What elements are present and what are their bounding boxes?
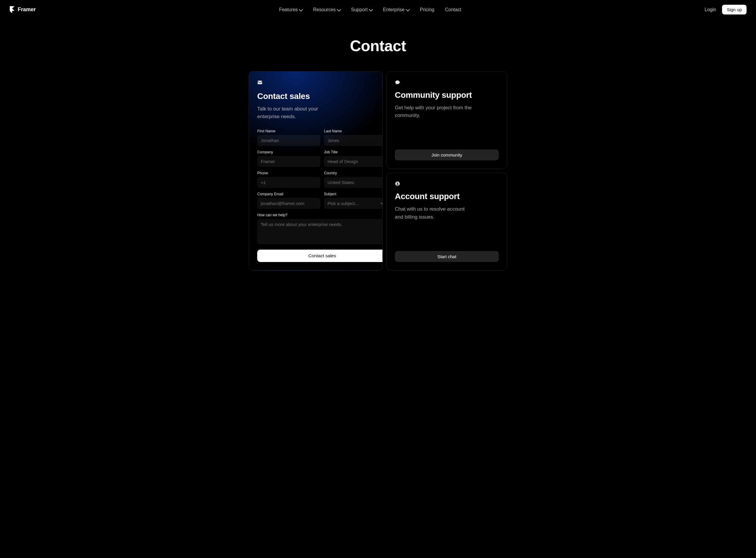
help-textarea[interactable]	[257, 219, 383, 244]
nav-label: Pricing	[420, 7, 435, 12]
label: Country	[324, 171, 383, 175]
card-description: Chat with us to resolve account and bill…	[395, 205, 472, 221]
contact-sales-card: Contact sales Talk to our team about you…	[249, 71, 383, 271]
chevron-down-icon	[369, 7, 373, 11]
svg-point-1	[397, 182, 398, 184]
label: Company	[257, 150, 320, 154]
start-chat-button[interactable]: Start chat	[395, 251, 499, 262]
framer-logo-icon	[9, 6, 15, 13]
header-actions: Login Sign up	[705, 5, 747, 15]
label: Subject	[324, 192, 383, 196]
chat-bubble-icon	[395, 80, 400, 85]
nav-label: Contact	[445, 7, 461, 12]
country-input[interactable]	[324, 177, 383, 188]
company-input[interactable]	[257, 156, 320, 167]
nav-resources[interactable]: Resources	[313, 7, 340, 12]
subject-select-wrap: Pick a subject...	[324, 198, 383, 209]
nav-label: Resources	[313, 7, 336, 12]
field-phone: Phone	[257, 171, 320, 188]
nav-contact[interactable]: Contact	[445, 7, 461, 12]
account-support-card: Account support Chat with us to resolve …	[386, 173, 507, 270]
page-title: Contact	[0, 37, 756, 55]
card-description: Get help with your project from the comm…	[395, 104, 472, 120]
job-title-input[interactable]	[324, 156, 383, 167]
nav-pricing[interactable]: Pricing	[420, 7, 435, 12]
label: Phone	[257, 171, 320, 175]
email-input[interactable]	[257, 198, 320, 209]
card-title: Contact sales	[257, 92, 374, 101]
chevron-down-icon	[406, 7, 410, 11]
chevron-down-icon	[299, 7, 303, 11]
community-support-card: Community support Get help with your pro…	[386, 71, 507, 169]
primary-nav: Features Resources Support Enterprise Pr…	[48, 7, 693, 12]
signup-button[interactable]: Sign up	[722, 5, 747, 15]
user-circle-icon	[395, 181, 400, 186]
card-title: Community support	[395, 91, 499, 100]
field-email: Company Email	[257, 192, 320, 209]
label: Job Title	[324, 150, 383, 154]
field-country: Country	[324, 171, 383, 188]
chevron-down-icon	[337, 7, 341, 11]
nav-label: Features	[279, 7, 298, 12]
brand-logo[interactable]: Framer	[9, 6, 36, 13]
field-company: Company	[257, 150, 320, 167]
card-description: Talk to our team about your enterprise n…	[257, 105, 334, 121]
phone-input[interactable]	[257, 177, 320, 188]
login-link[interactable]: Login	[705, 7, 716, 12]
field-first-name: First Name	[257, 129, 320, 146]
nav-features[interactable]: Features	[279, 7, 303, 12]
brand-name: Framer	[18, 6, 36, 13]
label: Company Email	[257, 192, 320, 196]
sales-form: First Name Last Name Company Job Title P…	[257, 129, 374, 262]
last-name-input[interactable]	[324, 135, 383, 146]
label: Last Name	[324, 129, 383, 133]
subject-select[interactable]: Pick a subject...	[324, 198, 383, 209]
nav-label: Support	[351, 7, 368, 12]
contact-sales-button[interactable]: Contact sales	[257, 250, 383, 262]
nav-support[interactable]: Support	[351, 7, 372, 12]
card-title: Account support	[395, 192, 499, 201]
contact-cards: Contact sales Talk to our team about you…	[215, 71, 541, 271]
field-help: How can we help?	[257, 213, 383, 244]
nav-enterprise[interactable]: Enterprise	[383, 7, 409, 12]
first-name-input[interactable]	[257, 135, 320, 146]
field-job-title: Job Title	[324, 150, 383, 167]
label: First Name	[257, 129, 320, 133]
label: How can we help?	[257, 213, 383, 217]
envelope-icon	[257, 80, 263, 85]
join-community-button[interactable]: Join community	[395, 150, 499, 160]
field-subject: Subject Pick a subject...	[324, 192, 383, 209]
nav-label: Enterprise	[383, 7, 405, 12]
site-header: Framer Features Resources Support Enterp…	[0, 0, 756, 19]
field-last-name: Last Name	[324, 129, 383, 146]
